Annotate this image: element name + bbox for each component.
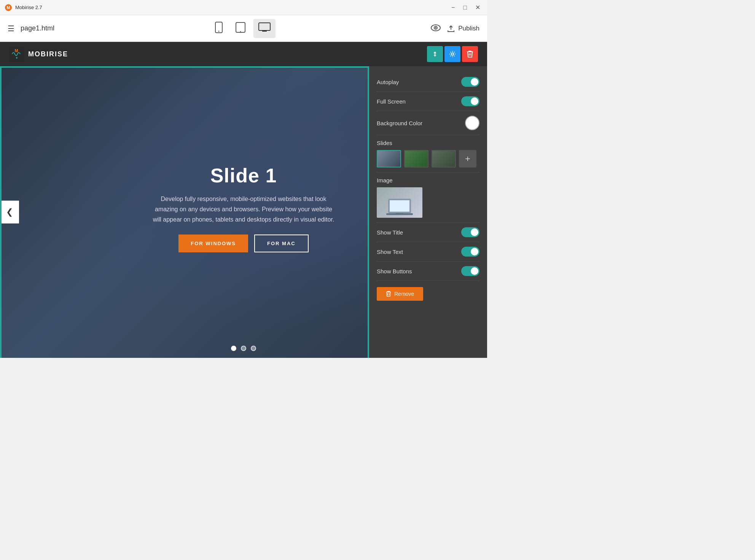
show-title-label: Show Title (377, 229, 403, 236)
svg-rect-17 (396, 213, 403, 214)
carousel-dots (231, 346, 256, 351)
slide-title: Slide 1 (210, 164, 277, 187)
slides-label: Slides (377, 140, 479, 146)
slide-content: Slide 1 Develop fully responsive, mobile… (152, 164, 335, 253)
page-title: page1.html (21, 24, 54, 32)
publish-button[interactable]: Publish (447, 24, 479, 33)
svg-point-9 (435, 27, 436, 29)
remove-button[interactable]: Remove (377, 287, 423, 301)
publish-label: Publish (458, 25, 479, 32)
desktop-icon (258, 22, 271, 33)
fullscreen-toggle[interactable] (461, 96, 479, 106)
tablet-icon (235, 22, 246, 33)
svg-rect-4 (236, 22, 245, 32)
mac-button[interactable]: FOR MAC (254, 235, 309, 252)
brand-logo: M (9, 46, 24, 62)
svg-point-12 (16, 57, 18, 59)
svg-text:M: M (6, 5, 10, 10)
main-area: M MOBIRISE (0, 42, 487, 358)
svg-point-5 (240, 31, 241, 32)
trash-small-icon (386, 291, 391, 297)
upload-icon (447, 24, 455, 33)
slide-buttons: FOR WINDOWS FOR MAC (178, 235, 308, 252)
show-title-toggle[interactable] (461, 227, 479, 237)
navbar-actions (427, 46, 478, 62)
menu-bar: ☰ page1.html (0, 15, 487, 42)
border-top (0, 66, 369, 68)
minimize-button[interactable]: − (449, 3, 457, 12)
settings-button[interactable] (444, 46, 460, 62)
app-title: Mobirise 2.7 (15, 5, 42, 10)
laptop-thumbnail (384, 197, 415, 218)
slide-thumb-1-inner (378, 151, 400, 167)
carousel-dot-2[interactable] (241, 346, 246, 351)
bg-color-setting: Background Color (377, 111, 479, 135)
remove-label: Remove (394, 291, 414, 297)
svg-rect-6 (259, 23, 270, 30)
image-preview[interactable] (377, 187, 422, 218)
show-text-label: Show Text (377, 249, 403, 255)
carousel-dot-3[interactable] (251, 346, 256, 351)
preview-navbar: M MOBIRISE (0, 42, 487, 66)
eye-icon (431, 24, 441, 31)
add-slide-button[interactable]: + (459, 150, 476, 168)
maximize-button[interactable]: □ (461, 3, 469, 12)
tablet-view-button[interactable] (231, 19, 250, 38)
image-preview-inner (377, 187, 422, 218)
svg-point-3 (218, 30, 219, 32)
slide-text: Develop fully responsive, mobile-optimiz… (152, 194, 335, 225)
show-buttons-setting: Show Buttons (377, 262, 479, 281)
reorder-icon (431, 50, 439, 58)
windows-button[interactable]: FOR WINDOWS (178, 235, 248, 252)
slide-thumb-3[interactable] (432, 150, 456, 168)
close-button[interactable]: ✕ (473, 3, 483, 12)
image-setting: Image (377, 172, 479, 223)
mobile-icon (215, 22, 223, 33)
show-buttons-label: Show Buttons (377, 268, 412, 274)
fullscreen-label: Full Screen (377, 98, 406, 105)
bg-color-label: Background Color (377, 120, 422, 126)
carousel-dot-1[interactable] (231, 346, 236, 351)
slide-thumb-3-inner (432, 151, 455, 167)
slide-thumb-1[interactable] (377, 150, 401, 168)
title-bar: M Mobirise 2.7 − □ ✕ (0, 0, 487, 15)
slide-thumb-2[interactable] (404, 150, 428, 168)
trash-icon (467, 50, 473, 58)
bg-color-swatch[interactable] (465, 116, 479, 130)
show-text-setting: Show Text (377, 242, 479, 262)
reorder-button[interactable] (427, 46, 443, 62)
slides-thumbnails: + (377, 150, 479, 168)
autoplay-setting: Autoplay (377, 72, 479, 92)
show-buttons-toggle[interactable] (461, 266, 479, 276)
autoplay-toggle[interactable] (461, 77, 479, 87)
delete-section-button[interactable] (462, 46, 478, 62)
border-left (0, 66, 2, 358)
app-icon: M (5, 4, 12, 11)
device-switcher (210, 19, 276, 38)
svg-text:M: M (14, 48, 19, 53)
svg-point-13 (451, 53, 454, 55)
brand-name: MOBIRISE (28, 50, 68, 58)
carousel-prev-button[interactable]: ❮ (0, 201, 19, 223)
settings-panel: Autoplay Full Screen Background Color Sl… (369, 66, 487, 358)
fullscreen-setting: Full Screen (377, 92, 479, 111)
mobile-view-button[interactable] (210, 19, 228, 38)
slides-setting: Slides + (377, 135, 479, 172)
brand: M MOBIRISE (9, 46, 68, 62)
show-title-setting: Show Title (377, 223, 479, 242)
gear-icon (449, 50, 456, 58)
autoplay-label: Autoplay (377, 79, 399, 85)
show-text-toggle[interactable] (461, 247, 479, 257)
desktop-view-button[interactable] (253, 19, 276, 38)
preview-button[interactable] (431, 24, 441, 34)
slide-thumb-2-inner (405, 151, 428, 167)
hamburger-button[interactable]: ☰ (8, 24, 14, 33)
svg-rect-15 (390, 200, 409, 212)
image-label: Image (377, 177, 479, 183)
